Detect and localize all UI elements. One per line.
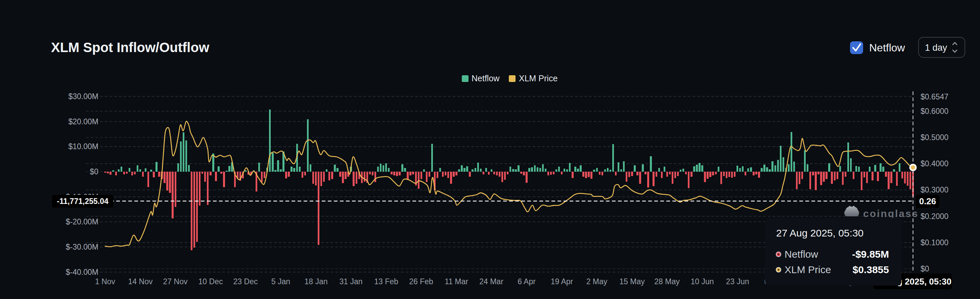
svg-text:$0.3000: $0.3000 bbox=[921, 185, 948, 194]
svg-text:Netflow: Netflow bbox=[869, 42, 905, 54]
svg-text:$0.6000: $0.6000 bbox=[921, 107, 948, 116]
svg-text:$30.00M: $30.00M bbox=[68, 92, 99, 101]
svg-text:Netflow: Netflow bbox=[784, 249, 818, 260]
svg-text:15 May: 15 May bbox=[619, 277, 645, 286]
svg-text:23 Jun: 23 Jun bbox=[726, 277, 749, 286]
svg-text:26 Feb: 26 Feb bbox=[409, 277, 433, 286]
svg-text:$0.6547: $0.6547 bbox=[921, 92, 948, 101]
svg-text:1 day: 1 day bbox=[925, 43, 947, 53]
svg-text:31 Jan: 31 Jan bbox=[339, 277, 363, 286]
svg-text:$10.00M: $10.00M bbox=[68, 142, 99, 151]
svg-text:27 Nov: 27 Nov bbox=[163, 277, 188, 286]
svg-text:24 Mar: 24 Mar bbox=[479, 277, 503, 286]
svg-text:23 Dec: 23 Dec bbox=[234, 277, 258, 286]
svg-text:XLM Price: XLM Price bbox=[784, 264, 831, 275]
svg-text:-$9.85M: -$9.85M bbox=[852, 249, 889, 260]
svg-text:13 Feb: 13 Feb bbox=[374, 277, 398, 286]
svg-text:10 Dec: 10 Dec bbox=[199, 277, 223, 286]
svg-text:27 Aug 2025, 05:30: 27 Aug 2025, 05:30 bbox=[776, 227, 864, 239]
svg-text:19 Apr: 19 Apr bbox=[551, 277, 573, 286]
svg-text:$0.5000: $0.5000 bbox=[921, 133, 948, 142]
svg-text:28 May: 28 May bbox=[654, 277, 680, 286]
svg-text:$0.2000: $0.2000 bbox=[921, 212, 948, 221]
svg-text:2 May: 2 May bbox=[586, 277, 608, 286]
svg-text:$-20.00M: $-20.00M bbox=[66, 217, 99, 226]
svg-text:$0.3855: $0.3855 bbox=[853, 264, 889, 275]
svg-text:Netflow: Netflow bbox=[471, 73, 500, 83]
svg-text:$0.4000: $0.4000 bbox=[921, 159, 948, 168]
svg-text:5 Jan: 5 Jan bbox=[271, 277, 290, 286]
svg-text:$0.1000: $0.1000 bbox=[921, 238, 948, 247]
svg-text:11 Mar: 11 Mar bbox=[445, 277, 468, 286]
svg-text:$0: $0 bbox=[90, 167, 99, 176]
svg-text:$-40.00M: $-40.00M bbox=[66, 268, 99, 277]
svg-text:-11,771,255.04: -11,771,255.04 bbox=[57, 197, 108, 205]
svg-text:18 Jan: 18 Jan bbox=[304, 277, 328, 286]
svg-text:0.26: 0.26 bbox=[919, 196, 936, 206]
svg-text:6 Apr: 6 Apr bbox=[517, 277, 536, 286]
svg-text:XLM Price: XLM Price bbox=[519, 73, 557, 83]
svg-text:$0: $0 bbox=[921, 264, 929, 273]
svg-text:1 Nov: 1 Nov bbox=[95, 277, 116, 286]
svg-text:$20.00M: $20.00M bbox=[68, 117, 99, 126]
svg-text:$-30.00M: $-30.00M bbox=[66, 243, 99, 251]
svg-text:coinglass: coinglass bbox=[863, 208, 918, 219]
svg-text:XLM Spot Inflow/Outflow: XLM Spot Inflow/Outflow bbox=[51, 40, 210, 55]
svg-text:10 Jun: 10 Jun bbox=[690, 277, 714, 286]
svg-text:14 Nov: 14 Nov bbox=[128, 277, 153, 286]
